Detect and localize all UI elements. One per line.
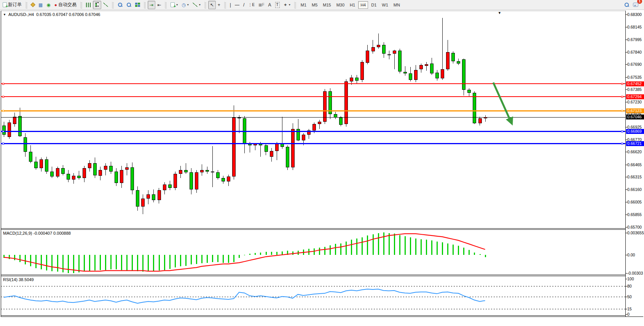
- price-tick-label: 0.67230: [627, 100, 644, 104]
- horizontal-level-line[interactable]: [1, 143, 625, 144]
- candle-up: [232, 118, 236, 177]
- text-button[interactable]: A: [266, 1, 273, 9]
- candle-up: [377, 45, 380, 47]
- line-chart-button[interactable]: [101, 1, 110, 9]
- crosshair-button[interactable]: +: [216, 1, 222, 9]
- line-handle[interactable]: [2, 143, 4, 145]
- arrows-button[interactable]: ✦ ▾: [282, 1, 292, 9]
- macd-histogram-bar: [116, 255, 117, 269]
- candle-down: [45, 159, 48, 172]
- search-button[interactable]: [622, 1, 631, 9]
- timeframe-h1-button[interactable]: H1: [348, 1, 357, 9]
- line-handle[interactable]: [621, 143, 623, 145]
- macd-histogram-bar: [271, 252, 272, 255]
- notification-badge: 1: [637, 0, 642, 4]
- new-order-button[interactable]: 新订单: [1, 1, 24, 9]
- candle-up: [270, 151, 273, 157]
- candle-down: [467, 90, 471, 93]
- horizontal-level-line[interactable]: [1, 110, 625, 111]
- zoom-in-button[interactable]: [116, 1, 124, 9]
- candle-up: [8, 122, 11, 137]
- periods-button[interactable]: ◷ ▾: [180, 1, 191, 9]
- macd-histogram-bar: [207, 255, 208, 263]
- fibonacci-button[interactable]: ⋮E: [246, 1, 257, 9]
- line-handle[interactable]: [2, 110, 4, 112]
- horizontal-line-button[interactable]: —: [233, 1, 241, 9]
- line-handle[interactable]: [2, 83, 4, 85]
- tile-windows-button[interactable]: [133, 1, 142, 9]
- chart-shift-button[interactable]: ⇤: [155, 1, 163, 9]
- macd-signal-line: [4, 234, 485, 271]
- rsi-tick-label: 15: [627, 307, 644, 311]
- line-handle[interactable]: [621, 96, 623, 98]
- chart-symbol-period: AUDUSD-,H4: [8, 12, 34, 17]
- signals-button[interactable]: ◉: [45, 1, 52, 9]
- macd-histogram-bar: [159, 255, 160, 270]
- trendline-button[interactable]: /: [241, 1, 246, 9]
- rsi-tick-label: 50: [627, 295, 644, 299]
- candle-down: [184, 170, 188, 173]
- macd-histogram-bar: [62, 255, 64, 272]
- cursor-button[interactable]: ↖: [208, 1, 216, 9]
- horizontal-level-line[interactable]: [1, 96, 625, 97]
- candle-up: [72, 176, 75, 180]
- timeframe-h4-button[interactable]: H4: [358, 1, 368, 9]
- macd-histogram-bar: [169, 255, 171, 269]
- market-watch-button[interactable]: [29, 1, 37, 9]
- toolbar-separator: [294, 2, 296, 8]
- timeframe-m30-button[interactable]: M30: [334, 1, 347, 9]
- auto-scroll-button[interactable]: ⇥: [148, 1, 155, 9]
- macd-histogram-bar: [474, 253, 475, 255]
- macd-histogram-bar: [458, 246, 459, 255]
- auto-trading-button[interactable]: ● 自动交易: [53, 1, 78, 9]
- rsi-label: RSI(14) 38.5049: [3, 277, 34, 282]
- notifications-button[interactable]: 1: [631, 1, 640, 9]
- fibo-grid-button[interactable]: ▦F: [257, 1, 266, 9]
- candle-down: [93, 163, 97, 175]
- bar-chart-button[interactable]: [84, 1, 93, 9]
- templates-button[interactable]: ▾: [191, 1, 202, 9]
- timeframe-m5-button[interactable]: M5: [309, 1, 320, 9]
- timeframe-m15-button[interactable]: M15: [320, 1, 333, 9]
- macd-histogram-bar: [463, 248, 464, 255]
- chart-collapse-icon[interactable]: ▼: [3, 13, 6, 16]
- horizontal-level-line[interactable]: [1, 83, 625, 84]
- candlestick-chart-button[interactable]: [93, 1, 101, 9]
- macd-histogram-bar: [223, 255, 224, 263]
- timeframe-d1-button[interactable]: D1: [369, 1, 379, 9]
- candle-up: [158, 190, 161, 200]
- candle-down: [2, 126, 6, 135]
- line-handle[interactable]: [621, 110, 623, 112]
- timeframe-w1-button[interactable]: W1: [379, 1, 391, 9]
- line-handle[interactable]: [2, 130, 4, 132]
- timeframe-mn-button[interactable]: MN: [391, 1, 402, 9]
- line-handle[interactable]: [621, 83, 623, 85]
- candle-up: [393, 51, 396, 54]
- macd-histogram-bar: [356, 239, 357, 255]
- chart-title: ▼ AUDUSD-,H4 0.67035 0.67047 0.67006 0.6…: [3, 12, 100, 17]
- text-label-button[interactable]: T: [273, 1, 282, 9]
- signals-icon: ◉: [46, 2, 50, 8]
- macd-histogram-bar: [426, 240, 427, 255]
- data-window-button[interactable]: ▩: [37, 1, 45, 9]
- horizontal-level-line[interactable]: [1, 131, 625, 132]
- macd-histogram-bar: [126, 255, 128, 270]
- candle-down: [168, 184, 172, 188]
- chart-shift-marker[interactable]: ▼: [498, 11, 501, 15]
- candlestick-icon: [95, 2, 99, 7]
- rsi-tick-label: 100: [627, 277, 644, 281]
- vertical-line-button[interactable]: |: [228, 1, 233, 9]
- line-handle[interactable]: [2, 96, 4, 98]
- search-icon: [624, 2, 629, 7]
- indicators-button[interactable]: ▾: [169, 1, 180, 9]
- candle-up: [291, 129, 295, 167]
- candle-up: [163, 184, 166, 190]
- chart-window[interactable]: ▼ AUDUSD-,H4 0.67035 0.67047 0.67006 0.6…: [0, 10, 644, 326]
- zoom-out-button[interactable]: [124, 1, 133, 9]
- macd-histogram-bar: [175, 255, 176, 267]
- timeframe-toolbar: M1 M5 M15 M30 H1 H4 D1 W1 MN: [297, 0, 403, 10]
- line-handle[interactable]: [621, 130, 623, 132]
- timeframe-m1-button[interactable]: M1: [298, 1, 309, 9]
- candle-down: [152, 194, 155, 200]
- trend-arrow-line[interactable]: [493, 83, 510, 120]
